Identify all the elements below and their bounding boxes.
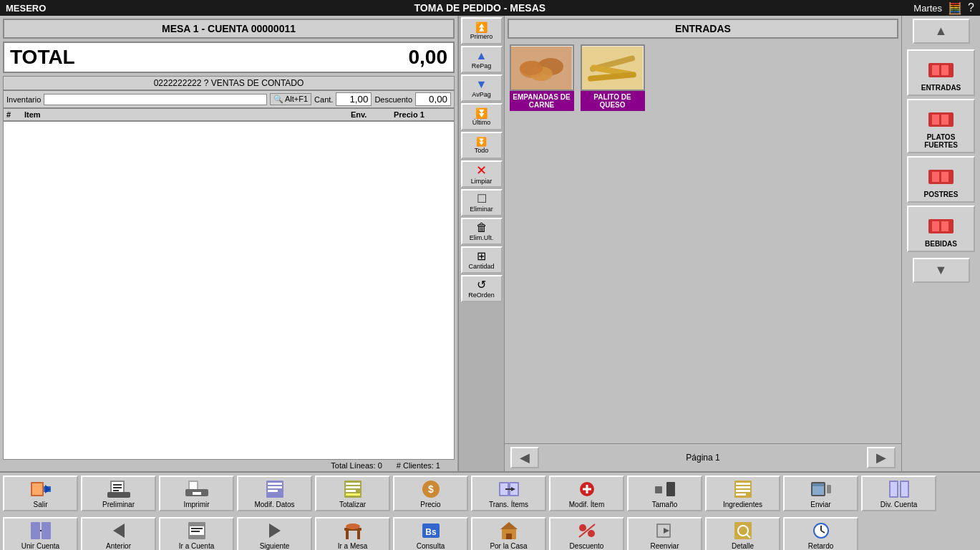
table-header: # Item Env. Precio 1 xyxy=(3,108,455,121)
descuento-button[interactable]: Descuento xyxy=(549,517,624,550)
search-icon-btn[interactable]: 🔍 Alt+F1 xyxy=(270,93,312,105)
modif-datos-icon xyxy=(262,478,288,500)
limpiar-button[interactable]: ✕ Limpiar xyxy=(461,160,503,188)
totalizar-button[interactable]: Totalizar xyxy=(315,476,390,511)
reenviar-button[interactable]: Reenviar xyxy=(627,517,702,550)
svg-point-4 xyxy=(520,61,543,75)
col-item: Item xyxy=(24,110,351,119)
detalle-button[interactable]: Detalle xyxy=(705,517,780,550)
right-panel: ENTRADAS EMPANADAS DE CARNE xyxy=(505,16,901,471)
svg-rect-36 xyxy=(268,483,282,485)
svg-rect-17 xyxy=(941,172,949,182)
top-right: Martes 🧮 ? xyxy=(913,1,974,15)
elim-ult-button[interactable]: 🗑 Elim.Ult. xyxy=(461,218,503,245)
svg-rect-19 xyxy=(932,221,939,231)
desc-input[interactable] xyxy=(415,92,451,106)
retardo-icon xyxy=(808,520,834,541)
consulta-label: Consulta xyxy=(417,542,445,550)
cant-input[interactable] xyxy=(336,92,372,106)
unir-cuenta-button[interactable]: Unir Cuenta xyxy=(3,517,78,550)
food-items-grid: EMPANADAS DE CARNE PALITO DE QUESO xyxy=(505,42,901,443)
eliminar-button[interactable]: ☐ Eliminar xyxy=(461,189,503,216)
sidebar-btn-platos[interactable]: PLATOS FUERTES xyxy=(907,99,975,153)
enviar-button[interactable]: Enviar xyxy=(783,476,858,511)
por-la-casa-button[interactable]: Por la Casa xyxy=(471,517,546,550)
sidebar-up-button[interactable]: ▲ xyxy=(913,19,970,44)
por-la-casa-icon xyxy=(496,520,522,541)
primero-button[interactable]: ⏫ Primero xyxy=(461,17,503,44)
div-cuenta-icon xyxy=(886,478,912,500)
svg-point-88 xyxy=(579,524,586,531)
modif-datos-label: Modif. Datos xyxy=(254,501,294,508)
tamano-icon xyxy=(652,478,678,500)
ir-a-cuenta-label: Ir a Cuenta xyxy=(179,542,214,550)
ingredientes-label: Ingredientes xyxy=(723,501,762,508)
cantidad-button[interactable]: ⊞ Cantidad xyxy=(461,246,503,274)
repag-button[interactable]: ▲ RePag xyxy=(461,46,503,73)
search-row: Inventario 🔍 Alt+F1 Cant. Descuento xyxy=(3,90,455,108)
siguiente-button[interactable]: Siguiente xyxy=(237,517,312,550)
svg-rect-59 xyxy=(736,486,750,488)
calculator-icon[interactable]: 🧮 xyxy=(948,1,962,15)
food-label-empanadas: EMPANADAS DE CARNE xyxy=(510,91,574,111)
descuento-icon xyxy=(574,520,600,541)
mesero-label: MESERO xyxy=(6,3,46,14)
total-label: TOTAL xyxy=(10,46,75,69)
ir-a-cuenta-button[interactable]: Ir a Cuenta xyxy=(159,517,234,550)
sidebar-down-button[interactable]: ▼ xyxy=(913,258,970,283)
platos-icon xyxy=(923,103,959,132)
tamano-button[interactable]: Tamaño xyxy=(627,476,702,511)
sidebar-btn-postres[interactable]: POSTRES xyxy=(907,156,975,203)
ir-a-mesa-button[interactable]: Ir a Mesa xyxy=(315,517,390,550)
retardo-button[interactable]: Retardo xyxy=(783,517,858,550)
modif-datos-button[interactable]: Modif. Datos xyxy=(237,476,312,511)
svg-rect-38 xyxy=(268,490,278,492)
siguiente-icon xyxy=(262,520,288,541)
salir-button[interactable]: Salir xyxy=(3,476,78,511)
next-page-button[interactable]: ▶ xyxy=(867,447,896,468)
trans-items-button[interactable]: Trans. Ítems xyxy=(471,476,546,511)
modif-item-button[interactable]: Modif. Ítem xyxy=(549,476,624,511)
svg-rect-13 xyxy=(932,115,939,125)
modif-item-icon xyxy=(574,478,600,500)
ultimo-button[interactable]: ⏬ Último xyxy=(461,103,503,130)
div-cuenta-button[interactable]: Div. Cuenta xyxy=(861,476,936,511)
svg-rect-65 xyxy=(827,485,831,493)
far-right-sidebar: ▲ ENTRADAS PLATOS FUERTES xyxy=(901,16,980,471)
ventas-bar: 0222222222 ? VENTAS DE CONTADO xyxy=(3,76,455,90)
sidebar-btn-entradas[interactable]: ENTRADAS xyxy=(907,49,975,96)
tamano-label: Tamaño xyxy=(652,501,678,508)
unir-cuenta-icon xyxy=(28,520,54,541)
todo-button[interactable]: ⏬ Todo xyxy=(461,132,503,159)
sidebar-btn-bebidas[interactable]: BEBIDAS xyxy=(907,206,975,252)
svg-marker-86 xyxy=(500,522,518,529)
detalle-icon xyxy=(730,520,756,541)
precio-button[interactable]: $ Precio xyxy=(393,476,468,511)
reenviar-label: Reenviar xyxy=(650,542,679,550)
reorden-button[interactable]: ↺ ReOrden xyxy=(461,275,503,302)
svg-rect-22 xyxy=(32,483,42,495)
prev-page-button[interactable]: ◀ xyxy=(510,447,539,468)
anterior-label: Anterior xyxy=(106,542,131,550)
consulta-button[interactable]: Bs Consulta xyxy=(393,517,468,550)
avpag-button[interactable]: ▼ AvPag xyxy=(461,74,503,102)
col-precio: Precio 1 xyxy=(394,110,451,119)
ingredientes-button[interactable]: Ingredientes xyxy=(705,476,780,511)
help-icon[interactable]: ? xyxy=(968,1,974,14)
svg-rect-60 xyxy=(736,490,750,492)
consulta-icon: Bs xyxy=(418,520,444,541)
trans-items-label: Trans. Ítems xyxy=(489,501,528,508)
preliminar-button[interactable]: Preliminar xyxy=(81,476,156,511)
search-input[interactable] xyxy=(44,94,266,105)
food-item-empanadas[interactable]: EMPANADAS DE CARNE xyxy=(508,44,576,111)
food-item-palito[interactable]: PALITO DE QUESO xyxy=(578,44,646,111)
app-title: TOMA DE PEDIDO - MESAS xyxy=(414,2,546,14)
svg-rect-10 xyxy=(932,65,939,75)
bebidas-icon xyxy=(923,210,959,238)
svg-rect-70 xyxy=(31,522,40,539)
modif-item-label: Modif. Ítem xyxy=(569,501,604,508)
right-nav: ◀ Página 1 ▶ xyxy=(505,443,901,471)
anterior-button[interactable]: Anterior xyxy=(81,517,156,550)
svg-rect-81 xyxy=(357,531,360,539)
imprimir-button[interactable]: Imprimir xyxy=(159,476,234,511)
